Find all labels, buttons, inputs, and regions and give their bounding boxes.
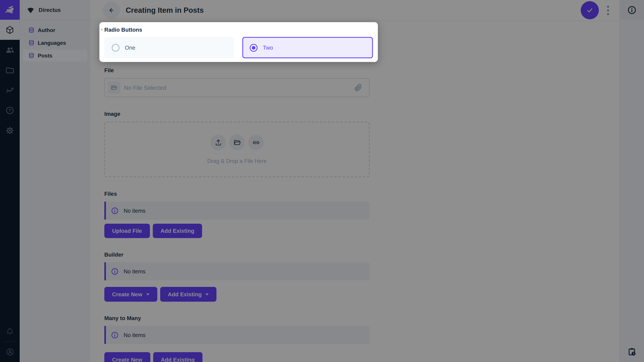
radio-option-one[interactable]: One xyxy=(104,37,234,58)
edited-indicator-dot xyxy=(101,29,103,30)
radio-option-label: Two xyxy=(263,44,273,51)
radio-option-two[interactable]: Two xyxy=(242,37,373,58)
radio-option-label: One xyxy=(125,44,135,51)
radio-buttons-field-card: Radio Buttons One Two xyxy=(100,22,378,62)
radio-unchecked-icon xyxy=(112,44,120,52)
app-viewport: ? xyxy=(0,0,644,362)
radio-checked-icon xyxy=(250,44,258,52)
field-label: Radio Buttons xyxy=(104,27,142,33)
